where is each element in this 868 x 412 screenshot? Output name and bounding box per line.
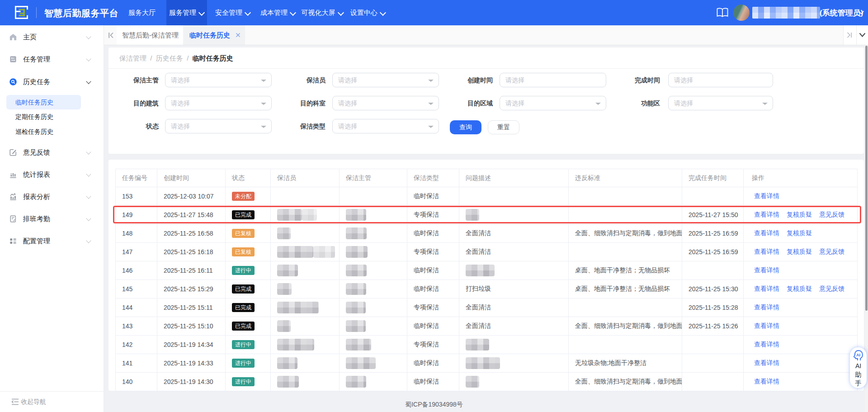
- svg-text:AI: AI: [856, 353, 860, 357]
